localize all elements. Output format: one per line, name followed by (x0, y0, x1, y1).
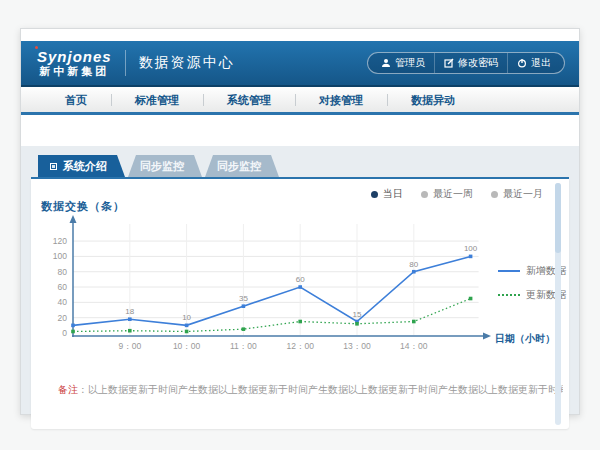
svg-text:9：00: 9：00 (118, 341, 141, 351)
brand-name: Synjones (37, 48, 112, 65)
nav-item-0[interactable]: 首页 (41, 86, 111, 114)
svg-text:35: 35 (239, 294, 248, 303)
svg-text:0: 0 (62, 328, 67, 338)
svg-text:10：00: 10：00 (173, 341, 201, 351)
range-option-0[interactable]: 当日 (371, 187, 403, 201)
radio-label: 最近一月 (503, 187, 543, 201)
svg-text:11：00: 11：00 (230, 341, 257, 351)
footnote-text: ：以上数据更新于时间产生数据以上数据更新于时间产生数据以上数据更新于时间产生数据… (78, 384, 563, 395)
svg-text:18: 18 (125, 307, 134, 316)
radio-dot-icon (491, 191, 498, 198)
panel-scrollbar[interactable] (555, 183, 561, 425)
svg-text:100: 100 (53, 251, 67, 261)
chart-panel: 0204060801001209：0010：0011：0012：0013：001… (31, 179, 569, 429)
user-toolbar: 管理员 修改密码 退出 (367, 52, 565, 74)
brand-company: 新中新集团 (37, 65, 112, 78)
range-option-2[interactable]: 最近一月 (491, 187, 543, 201)
header-bar: Synjones 新中新集团 数据资源中心 管理员 修改密码 (21, 41, 579, 87)
radio-dot-icon (371, 191, 378, 198)
tab-0[interactable]: 系统介绍 (38, 155, 125, 177)
legend-line-sample-icon (498, 294, 520, 296)
admin-user-button[interactable]: 管理员 (372, 53, 434, 73)
svg-text:10: 10 (182, 313, 191, 322)
legend-line-sample-icon (498, 270, 520, 272)
radio-dot-icon (421, 191, 428, 198)
nav-item-1[interactable]: 标准管理 (111, 86, 203, 114)
svg-text:15: 15 (353, 310, 362, 319)
scrollbar-thumb[interactable] (555, 183, 561, 253)
nav-item-3[interactable]: 对接管理 (295, 86, 387, 114)
svg-text:20: 20 (58, 313, 68, 323)
footnote-label: 备注 (58, 384, 78, 395)
svg-text:60: 60 (58, 282, 68, 292)
svg-text:80: 80 (409, 260, 418, 269)
change-password-button[interactable]: 修改密码 (434, 53, 507, 73)
header-divider (125, 50, 126, 76)
tab-label: 系统介绍 (63, 155, 107, 177)
tab-grid-icon (50, 163, 57, 170)
app-title: 数据资源中心 (139, 54, 235, 72)
brand-logo: Synjones 新中新集团 (37, 48, 112, 78)
content-area: 系统介绍同步监控同步监控 0204060801001209：0010：0011：… (21, 146, 579, 414)
power-icon (517, 58, 527, 68)
nav-item-4[interactable]: 数据异动 (387, 86, 479, 114)
tab-bar: 系统介绍同步监控同步监控 (38, 155, 279, 177)
svg-text:12：00: 12：00 (286, 341, 314, 351)
range-option-1[interactable]: 最近一周 (421, 187, 473, 201)
radio-label: 最近一周 (433, 187, 473, 201)
radio-label: 当日 (383, 187, 403, 201)
tab-label: 同步监控 (217, 160, 261, 172)
y-axis-title: 数据交换（条） (41, 199, 125, 214)
footnote: 备注：以上数据更新于时间产生数据以上数据更新于时间产生数据以上数据更新于时间产生… (58, 383, 563, 397)
x-axis-title: 日期（小时） (495, 332, 555, 346)
time-range-radio-group: 当日最近一周最近一月 (371, 187, 543, 201)
user-icon (381, 58, 391, 68)
svg-text:100: 100 (464, 244, 478, 253)
svg-text:13：00: 13：00 (343, 341, 371, 351)
svg-text:40: 40 (58, 297, 68, 307)
svg-text:14：00: 14：00 (400, 341, 428, 351)
tab-2[interactable]: 同步监控 (205, 155, 279, 177)
app-window: Synjones 新中新集团 数据资源中心 管理员 修改密码 (20, 28, 580, 415)
svg-text:60: 60 (296, 275, 305, 284)
main-nav: 首页标准管理系统管理对接管理数据异动 (21, 87, 579, 115)
window-top-strip (21, 29, 579, 41)
svg-text:120: 120 (53, 236, 67, 246)
tab-label: 同步监控 (140, 160, 184, 172)
tab-1[interactable]: 同步监控 (128, 155, 202, 177)
svg-text:80: 80 (58, 267, 68, 277)
logout-button[interactable]: 退出 (507, 53, 560, 73)
nav-item-2[interactable]: 系统管理 (203, 86, 295, 114)
edit-icon (444, 58, 454, 68)
